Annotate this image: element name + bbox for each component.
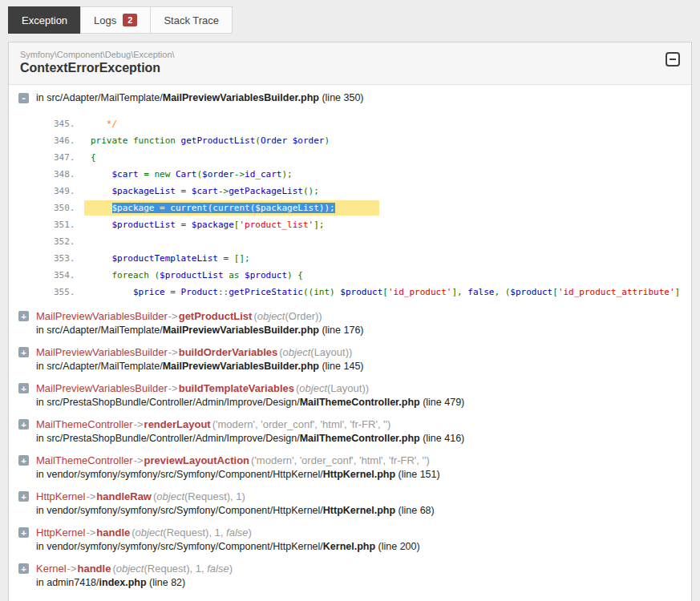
trace-location-line: (line 479) xyxy=(420,397,465,408)
code-token: ]; xyxy=(314,220,324,230)
trace-method-name: buildOrderVariables xyxy=(179,346,278,358)
code-token: , ( xyxy=(494,287,510,297)
trace-location-path: in vendor/symfony/symfony/src/Symfony/Co… xyxy=(36,541,323,552)
tab-stack-trace-label: Stack Trace xyxy=(164,14,219,26)
trace-args: (object(Layout)) xyxy=(279,346,352,358)
line-number: 354. xyxy=(18,267,78,284)
trace-location: in src/PrestaShopBundle/Controller/Admin… xyxy=(36,433,682,445)
code-text: */ xyxy=(78,115,117,132)
code-line: 349. $packageList = $cart->getPackageLis… xyxy=(18,183,682,200)
code-token xyxy=(91,220,112,230)
trace-location-path: in vendor/symfony/symfony/src/Symfony/Co… xyxy=(36,505,323,516)
trace-location-line: (line 176) xyxy=(319,325,364,336)
code-line: 352. xyxy=(18,233,682,250)
trace-arrow: -> xyxy=(134,418,144,430)
code-token: = new xyxy=(139,169,176,179)
trace-location-file: HttpKernel.php xyxy=(323,469,395,480)
code-text: $productTemplateList = []; xyxy=(78,250,250,267)
expand-trace-icon[interactable]: + xyxy=(18,491,29,502)
tab-logs[interactable]: Logs 2 xyxy=(80,6,151,34)
highlighted-line-wrap: $package = current(current($packageList)… xyxy=(84,200,379,216)
line-number: 349. xyxy=(18,183,78,200)
tab-exception-label: Exception xyxy=(22,14,67,26)
line-number: 350. xyxy=(18,200,78,216)
trace-location-path: in src/Adapter/MailTemplate/ xyxy=(36,325,163,336)
expand-trace-icon[interactable]: + xyxy=(18,527,29,538)
expand-trace-icon[interactable]: + xyxy=(18,347,29,357)
tab-exception[interactable]: Exception xyxy=(8,6,81,34)
code-token: [ xyxy=(552,287,558,297)
source-path: src/Adapter/MailTemplate/ xyxy=(47,92,163,103)
code-line: 347.{ xyxy=(18,149,682,166)
code-token: current xyxy=(212,203,249,213)
line-number: 353. xyxy=(18,250,78,267)
trace-args: (object(Order)) xyxy=(253,310,322,322)
expand-trace-icon[interactable]: + xyxy=(18,311,29,321)
trace-arrow: -> xyxy=(134,454,144,466)
trace-arg: ('modern', 'order_conf', 'html', 'fr-FR'… xyxy=(251,454,430,466)
source-location: - in src/Adapter/MailTemplate/MailPrevie… xyxy=(18,92,682,103)
trace-location: in vendor/symfony/symfony/src/Symfony/Co… xyxy=(36,541,682,553)
trace-arg: (Request), 1, xyxy=(163,526,226,538)
trace-location-line: (line 151) xyxy=(395,469,440,480)
trace-class-name: MailThemeController xyxy=(36,418,133,430)
trace-call: Kernel->handle(object(Request), 1, false… xyxy=(36,563,682,575)
trace-args: ('modern', 'order_conf', 'html', 'fr-FR'… xyxy=(212,418,391,430)
trace-args: (object(Layout)) xyxy=(296,382,369,394)
code-token: )); xyxy=(319,203,335,213)
code-token xyxy=(91,203,112,213)
stack-entry: +MailPreviewVariablesBuilder->buildTempl… xyxy=(18,382,682,409)
expand-trace-icon[interactable]: + xyxy=(18,383,29,393)
source-prefix: in xyxy=(36,92,47,103)
source-line: (line 350) xyxy=(319,92,364,103)
line-number: 352. xyxy=(18,233,78,250)
line-number: 347. xyxy=(18,149,78,166)
code-token: { xyxy=(91,152,96,163)
trace-arg: ) xyxy=(229,563,233,575)
trace-call: MailPreviewVariablesBuilder->buildTempla… xyxy=(36,382,682,394)
trace-location-path: in src/PrestaShopBundle/Controller/Admin… xyxy=(36,433,300,444)
trace-location-line: (line 82) xyxy=(147,577,186,588)
code-text: { xyxy=(78,149,96,166)
collapse-code-icon[interactable]: - xyxy=(18,93,29,103)
code-token: foreach ( xyxy=(91,270,160,280)
code-line: 350. $package = current(current($package… xyxy=(18,200,682,216)
trace-arg: false xyxy=(226,526,248,538)
trace-class-name: HttpKernel xyxy=(36,490,85,502)
trace-arrow: -> xyxy=(86,526,95,538)
trace-class-name: MailPreviewVariablesBuilder xyxy=(36,382,168,394)
expand-trace-icon[interactable]: + xyxy=(18,419,29,430)
code-token: ) xyxy=(324,135,330,146)
code-token: Cart xyxy=(176,169,197,179)
code-token: Product xyxy=(181,287,218,297)
trace-arg: object xyxy=(116,563,144,575)
code-token: ( xyxy=(255,135,261,146)
code-line: 354. foreach ($productList as $product) … xyxy=(18,267,682,284)
trace-arrow: -> xyxy=(86,490,95,502)
code-text: $cart = new Cart($order->id_cart); xyxy=(78,166,293,183)
line-number: 348. xyxy=(18,166,78,183)
trace-call: MailPreviewVariablesBuilder->getProductL… xyxy=(36,310,682,322)
trace-location-path: in src/PrestaShopBundle/Controller/Admin… xyxy=(36,397,300,408)
trace-arg: object xyxy=(156,490,184,502)
trace-location-file: MailThemeController.php xyxy=(300,397,420,408)
code-token: as xyxy=(224,270,245,280)
code-text: $productList = $package['product_list']; xyxy=(78,216,324,233)
collapse-panel-icon[interactable] xyxy=(666,52,680,67)
exception-body: - in src/Adapter/MailTemplate/MailPrevie… xyxy=(9,85,691,601)
trace-class-name: Kernel xyxy=(36,563,67,575)
trace-location-path: in vendor/symfony/symfony/src/Symfony/Co… xyxy=(36,469,323,480)
code-token: ((int) xyxy=(303,287,340,297)
trace-arg: (Layout)) xyxy=(310,346,352,358)
tab-stack-trace[interactable]: Stack Trace xyxy=(150,6,233,34)
code-token: ] ? (int) xyxy=(675,287,682,297)
trace-location-path: in admin7418/ xyxy=(36,577,99,588)
line-number: 351. xyxy=(18,216,78,233)
trace-location-file: MailThemeController.php xyxy=(300,433,420,444)
expand-trace-icon[interactable]: + xyxy=(18,563,29,574)
code-token: ); xyxy=(281,169,292,179)
expand-trace-icon[interactable]: + xyxy=(18,455,29,466)
trace-arg: (Request), 1) xyxy=(184,490,245,502)
trace-location: in src/Adapter/MailTemplate/MailPreviewV… xyxy=(36,325,682,337)
code-token xyxy=(91,169,112,179)
